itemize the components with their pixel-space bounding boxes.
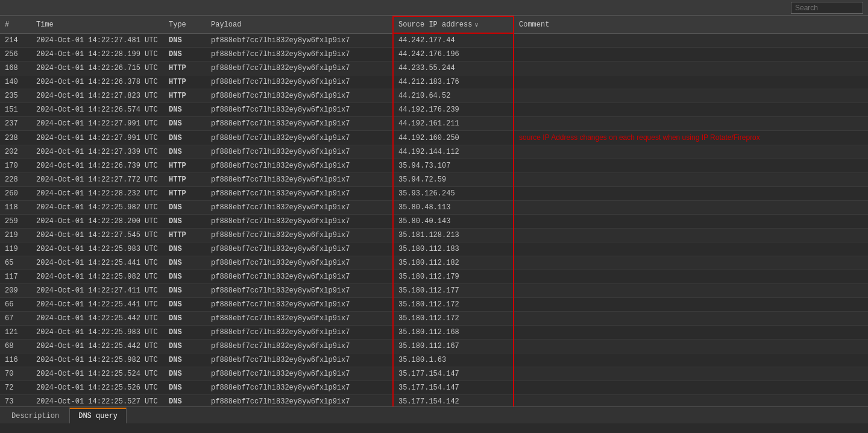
cell-type: DNS: [164, 284, 206, 298]
cell-type: DNS: [164, 381, 206, 395]
table-row[interactable]: 2282024-Oct-01 14:22:27.772 UTCHTTPpf888…: [0, 173, 868, 187]
tab-description[interactable]: Description: [2, 408, 68, 423]
cell-source: 44.192.144.112: [393, 145, 514, 159]
cell-time: 2024-Oct-01 14:22:27.772 UTC: [31, 173, 164, 187]
source-header-inner: Source IP address ∨: [398, 21, 508, 29]
cell-comment: [514, 173, 868, 187]
cell-num: 260: [0, 187, 31, 201]
cell-comment: [514, 395, 868, 407]
table-row[interactable]: 1192024-Oct-01 14:22:25.983 UTCDNSpf888e…: [0, 242, 868, 256]
cell-comment: [514, 256, 868, 270]
cell-num: 168: [0, 62, 31, 75]
cell-time: 2024-Oct-01 14:22:27.991 UTC: [31, 131, 164, 145]
cell-comment: [514, 312, 868, 326]
col-header-payload[interactable]: Payload: [206, 16, 393, 33]
cell-num: 67: [0, 312, 31, 326]
col-header-source[interactable]: Source IP address ∨: [393, 16, 514, 33]
table-row[interactable]: 2382024-Oct-01 14:22:27.991 UTCDNSpf888e…: [0, 131, 868, 145]
cell-num: 235: [0, 89, 31, 103]
cell-type: DNS: [164, 103, 206, 117]
col-header-type[interactable]: Type: [164, 16, 206, 33]
cell-source: 35.180.112.167: [393, 340, 514, 353]
cell-time: 2024-Oct-01 14:22:27.545 UTC: [31, 229, 164, 242]
cell-source: 35.93.126.245: [393, 187, 514, 201]
cell-time: 2024-Oct-01 14:22:26.715 UTC: [31, 62, 164, 75]
table-row[interactable]: 1402024-Oct-01 14:22:26.378 UTCHTTPpf888…: [0, 75, 868, 89]
table-row[interactable]: 2352024-Oct-01 14:22:27.823 UTCHTTPpf888…: [0, 89, 868, 103]
table-row[interactable]: 722024-Oct-01 14:22:25.526 UTCDNSpf888eb…: [0, 381, 868, 395]
cell-payload: pf888ebf7cc7lhi832ey8yw6fxlp9ix7: [206, 215, 393, 229]
col-header-num[interactable]: #: [0, 16, 31, 33]
table-row[interactable]: 2562024-Oct-01 14:22:28.199 UTCDNSpf888e…: [0, 48, 868, 62]
cell-time: 2024-Oct-01 14:22:26.378 UTC: [31, 75, 164, 89]
table-row[interactable]: 732024-Oct-01 14:22:25.527 UTCDNSpf888eb…: [0, 395, 868, 407]
cell-time: 2024-Oct-01 14:22:25.982 UTC: [31, 353, 164, 367]
cell-type: HTTP: [164, 62, 206, 75]
cell-comment: [514, 381, 868, 395]
cell-time: 2024-Oct-01 14:22:25.442 UTC: [31, 340, 164, 353]
cell-payload: pf888ebf7cc7lhi832ey8yw6fxlp9ix7: [206, 242, 393, 256]
table-row[interactable]: 2092024-Oct-01 14:22:27.411 UTCDNSpf888e…: [0, 284, 868, 298]
cell-payload: pf888ebf7cc7lhi832ey8yw6fxlp9ix7: [206, 145, 393, 159]
cell-comment: [514, 117, 868, 131]
cell-num: 66: [0, 298, 31, 312]
cell-source: 44.192.176.239: [393, 103, 514, 117]
table-row[interactable]: 1172024-Oct-01 14:22:25.982 UTCDNSpf888e…: [0, 270, 868, 284]
cell-type: DNS: [164, 256, 206, 270]
cell-type: DNS: [164, 326, 206, 340]
table-row[interactable]: 1162024-Oct-01 14:22:25.982 UTCDNSpf888e…: [0, 353, 868, 367]
cell-payload: pf888ebf7cc7lhi832ey8yw6fxlp9ix7: [206, 89, 393, 103]
search-input[interactable]: [791, 2, 863, 14]
cell-source: 35.180.112.168: [393, 326, 514, 340]
cell-payload: pf888ebf7cc7lhi832ey8yw6fxlp9ix7: [206, 326, 393, 340]
table-row[interactable]: 652024-Oct-01 14:22:25.441 UTCDNSpf888eb…: [0, 256, 868, 270]
table-row[interactable]: 672024-Oct-01 14:22:25.442 UTCDNSpf888eb…: [0, 312, 868, 326]
top-bar: [0, 0, 868, 16]
cell-payload: pf888ebf7cc7lhi832ey8yw6fxlp9ix7: [206, 75, 393, 89]
cell-num: 256: [0, 48, 31, 62]
table-row[interactable]: 1682024-Oct-01 14:22:26.715 UTCHTTPpf888…: [0, 62, 868, 75]
table-row[interactable]: 702024-Oct-01 14:22:25.524 UTCDNSpf888eb…: [0, 367, 868, 381]
cell-time: 2024-Oct-01 14:22:27.823 UTC: [31, 89, 164, 103]
table-row[interactable]: 1512024-Oct-01 14:22:26.574 UTCDNSpf888e…: [0, 103, 868, 117]
cell-comment: [514, 201, 868, 215]
cell-comment: [514, 367, 868, 381]
cell-payload: pf888ebf7cc7lhi832ey8yw6fxlp9ix7: [206, 340, 393, 353]
table-row[interactable]: 2142024-Oct-01 14:22:27.481 UTCDNSpf888e…: [0, 33, 868, 48]
cell-type: DNS: [164, 312, 206, 326]
table-row[interactable]: 1212024-Oct-01 14:22:25.983 UTCDNSpf888e…: [0, 326, 868, 340]
table-row[interactable]: 2022024-Oct-01 14:22:27.339 UTCDNSpf888e…: [0, 145, 868, 159]
table-row[interactable]: 662024-Oct-01 14:22:25.441 UTCDNSpf888eb…: [0, 298, 868, 312]
cell-time: 2024-Oct-01 14:22:26.739 UTC: [31, 159, 164, 173]
cell-source: 35.80.48.113: [393, 201, 514, 215]
cell-payload: pf888ebf7cc7lhi832ey8yw6fxlp9ix7: [206, 187, 393, 201]
cell-comment: source IP Address changes on each reques…: [514, 131, 868, 145]
cell-time: 2024-Oct-01 14:22:28.232 UTC: [31, 187, 164, 201]
cell-comment: [514, 284, 868, 298]
col-header-time[interactable]: Time: [31, 16, 164, 33]
cell-time: 2024-Oct-01 14:22:28.200 UTC: [31, 215, 164, 229]
cell-num: 228: [0, 173, 31, 187]
table-row[interactable]: 2192024-Oct-01 14:22:27.545 UTCHTTPpf888…: [0, 229, 868, 242]
cell-type: DNS: [164, 48, 206, 62]
source-col-label: Source IP address: [398, 21, 472, 29]
cell-payload: pf888ebf7cc7lhi832ey8yw6fxlp9ix7: [206, 159, 393, 173]
packet-table: # Time Type Payload Source IP address ∨ …: [0, 16, 868, 406]
sort-indicator-icon: ∨: [474, 21, 478, 28]
tab-dns-query[interactable]: DNS query: [69, 408, 127, 423]
cell-payload: pf888ebf7cc7lhi832ey8yw6fxlp9ix7: [206, 381, 393, 395]
cell-source: 44.242.177.44: [393, 33, 514, 48]
cell-comment: [514, 75, 868, 89]
cell-payload: pf888ebf7cc7lhi832ey8yw6fxlp9ix7: [206, 353, 393, 367]
cell-comment: [514, 62, 868, 75]
cell-type: HTTP: [164, 89, 206, 103]
table-row[interactable]: 1182024-Oct-01 14:22:25.982 UTCDNSpf888e…: [0, 201, 868, 215]
cell-type: HTTP: [164, 75, 206, 89]
cell-num: 209: [0, 284, 31, 298]
table-row[interactable]: 2602024-Oct-01 14:22:28.232 UTCHTTPpf888…: [0, 187, 868, 201]
table-row[interactable]: 2592024-Oct-01 14:22:28.200 UTCDNSpf888e…: [0, 215, 868, 229]
table-row[interactable]: 682024-Oct-01 14:22:25.442 UTCDNSpf888eb…: [0, 340, 868, 353]
cell-type: DNS: [164, 298, 206, 312]
table-row[interactable]: 2372024-Oct-01 14:22:27.991 UTCDNSpf888e…: [0, 117, 868, 131]
table-row[interactable]: 1702024-Oct-01 14:22:26.739 UTCHTTPpf888…: [0, 159, 868, 173]
